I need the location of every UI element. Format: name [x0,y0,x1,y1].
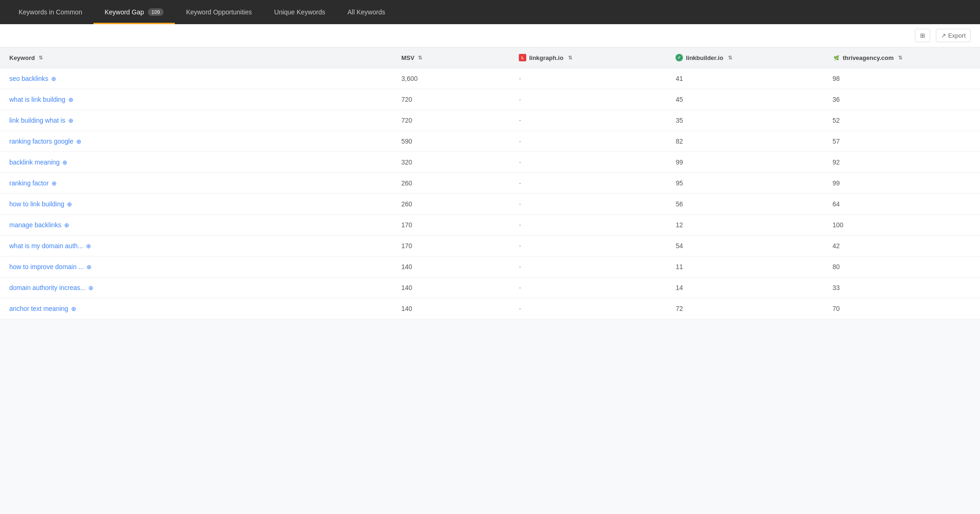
linkgraph-value: - [510,68,666,89]
columns-icon: ⊞ [920,32,925,39]
sort-keyword-icon: ⇅ [39,55,43,61]
tab-keyword-gap[interactable]: Keyword Gap109 [93,0,175,24]
keyword-link[interactable]: link building what is⊕ [9,117,383,124]
tab-label-unique-keywords: Unique Keywords [274,8,325,16]
keyword-link[interactable]: seo backlinks⊕ [9,75,383,82]
external-link-icon: ⊕ [62,159,67,166]
keyword-link[interactable]: ranking factor⊕ [9,179,383,187]
keyword-link[interactable]: what is my domain auth...⊕ [9,242,383,250]
tab-keywords-in-common[interactable]: Keywords in Common [7,0,93,24]
keyword-link[interactable]: how to link building⊕ [9,200,383,208]
keyword-text: manage backlinks [9,221,61,229]
table-row: what is link building⊕720-4536 [0,89,980,110]
msv-value: 260 [392,173,510,194]
external-link-icon: ⊕ [67,201,72,208]
col-linkgraph-label: linkgraph.io [529,54,563,61]
col-header-thrive[interactable]: 🌿 thriveagency.com ⇅ [823,47,980,68]
thrive-value: 100 [823,215,980,236]
keyword-link[interactable]: backlink meaning⊕ [9,158,383,166]
keyword-text: how to improve domain ... [9,263,84,270]
msv-value: 170 [392,236,510,257]
thrive-value: 92 [823,152,980,173]
external-link-icon: ⊕ [64,222,69,229]
linkbuilder-value: 41 [666,68,823,89]
external-link-icon: ⊕ [76,138,81,145]
table-row: ranking factor⊕260-9599 [0,173,980,194]
thrive-value: 57 [823,131,980,152]
msv-value: 140 [392,298,510,319]
linkbuilder-value: 12 [666,215,823,236]
tab-bar: Keywords in CommonKeyword Gap109Keyword … [0,0,980,24]
msv-value: 720 [392,89,510,110]
linkgraph-value: - [510,298,666,319]
col-thrive-label: thriveagency.com [843,54,894,61]
keyword-text: domain authority increas... [9,284,86,291]
msv-value: 260 [392,194,510,215]
sort-thrive-icon: ⇅ [898,55,902,61]
toolbar: ⊞ ↗ Export [0,24,980,47]
linkgraph-value: - [510,194,666,215]
table-row: seo backlinks⊕3,600-4198 [0,68,980,89]
thrive-value: 70 [823,298,980,319]
col-header-linkgraph[interactable]: L linkgraph.io ⇅ [510,47,666,68]
tab-label-keyword-opportunities: Keyword Opportunities [186,8,252,16]
col-header-msv[interactable]: MSV ⇅ [392,47,510,68]
linkbuilder-value: 14 [666,277,823,298]
columns-button[interactable]: ⊞ [915,29,930,42]
msv-value: 3,600 [392,68,510,89]
table-row: what is my domain auth...⊕170-5442 [0,236,980,257]
tab-unique-keywords[interactable]: Unique Keywords [263,0,337,24]
keyword-link[interactable]: what is link building⊕ [9,96,383,103]
keyword-link[interactable]: manage backlinks⊕ [9,221,383,229]
linkgraph-value: - [510,131,666,152]
tab-keyword-opportunities[interactable]: Keyword Opportunities [175,0,263,24]
thrive-value: 33 [823,277,980,298]
col-header-linkbuilder[interactable]: ✓ linkbuilder.io ⇅ [666,47,823,68]
linkgraph-value: - [510,89,666,110]
external-link-icon: ⊕ [51,75,56,82]
col-header-keyword[interactable]: Keyword ⇅ [0,47,392,68]
thrive-favicon: 🌿 [833,54,840,61]
tab-all-keywords[interactable]: All Keywords [337,0,397,24]
linkbuilder-value: 82 [666,131,823,152]
external-link-icon: ⊕ [68,96,73,103]
linkbuilder-value: 45 [666,89,823,110]
keyword-table-container: Keyword ⇅ MSV ⇅ L linkgraph.io ⇅ [0,47,980,319]
table-row: backlink meaning⊕320-9992 [0,152,980,173]
linkbuilder-value: 99 [666,152,823,173]
msv-value: 140 [392,257,510,277]
linkbuilder-value: 11 [666,257,823,277]
thrive-value: 42 [823,236,980,257]
keyword-link[interactable]: domain authority increas...⊕ [9,284,383,291]
keyword-text: link building what is [9,117,66,124]
thrive-value: 99 [823,173,980,194]
sort-linkbuilder-icon: ⇅ [728,55,732,61]
export-button[interactable]: ↗ Export [936,29,971,42]
col-linkbuilder-label: linkbuilder.io [686,54,723,61]
table-body: seo backlinks⊕3,600-4198what is link bui… [0,68,980,319]
thrive-value: 64 [823,194,980,215]
keyword-text: backlink meaning [9,158,60,166]
linkbuilder-value: 95 [666,173,823,194]
linkgraph-value: - [510,110,666,131]
tab-label-keywords-in-common: Keywords in Common [19,8,82,16]
keyword-link[interactable]: how to improve domain ...⊕ [9,263,383,270]
keyword-text: how to link building [9,200,64,208]
linkbuilder-value: 54 [666,236,823,257]
keyword-link[interactable]: ranking factors google⊕ [9,138,383,145]
tab-label-keyword-gap: Keyword Gap [105,8,144,16]
sort-linkgraph-icon: ⇅ [568,55,572,61]
keyword-text: ranking factor [9,179,49,187]
external-link-icon: ⊕ [52,180,57,187]
external-link-icon: ⊕ [86,264,92,270]
keyword-link[interactable]: anchor text meaning⊕ [9,305,383,312]
linkbuilder-value: 56 [666,194,823,215]
msv-value: 170 [392,215,510,236]
msv-value: 140 [392,277,510,298]
export-label: Export [948,32,966,39]
external-link-icon: ⊕ [88,284,93,291]
external-link-icon: ⊕ [68,117,73,124]
thrive-value: 80 [823,257,980,277]
linkgraph-value: - [510,257,666,277]
linkgraph-favicon: L [519,54,526,61]
